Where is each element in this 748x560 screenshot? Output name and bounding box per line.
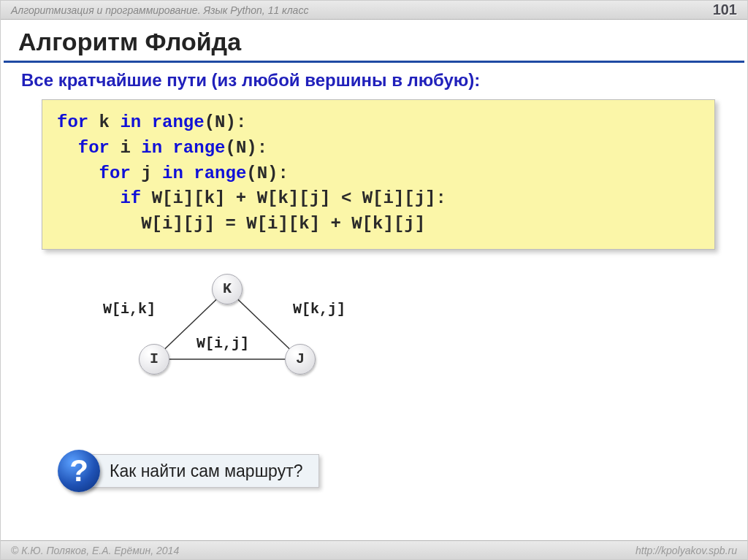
code-text: W[i][j] = W[i][k] + W[k][j]	[141, 214, 425, 234]
edge-label-ij: W[i,j]	[196, 335, 249, 352]
code-keyword: for	[78, 138, 110, 158]
code-text: (N):	[225, 138, 267, 158]
slide-footer: © К.Ю. Поляков, Е.А. Ерёмин, 2014 http:/…	[1, 540, 747, 559]
page-title: Алгоритм Флойда	[1, 20, 747, 61]
title-divider	[4, 61, 744, 63]
subtitle: Все кратчайшие пути (из любой вершины в …	[1, 67, 747, 99]
code-text: i	[110, 138, 141, 158]
code-text: (N):	[205, 112, 247, 132]
code-text: W[i][k] + W[k][j] < W[i][j]:	[141, 188, 446, 208]
code-text: k	[88, 112, 120, 132]
question-text: Как найти сам маршрут?	[84, 454, 319, 488]
code-keyword: range	[172, 138, 225, 158]
code-indent	[57, 164, 99, 183]
code-text	[183, 164, 194, 183]
code-indent	[57, 138, 78, 158]
code-keyword: for	[99, 164, 131, 183]
page-number: 101	[713, 1, 737, 18]
footer-copyright: © К.Ю. Поляков, Е.А. Ерёмин, 2014	[11, 545, 179, 556]
code-keyword: for	[57, 112, 88, 132]
code-indent	[57, 188, 120, 208]
question-mark-icon: ?	[58, 450, 100, 492]
graph-node-j: J	[285, 344, 316, 375]
header-breadcrumb: Алгоритмизация и программирование. Язык …	[11, 4, 308, 16]
code-text	[162, 138, 172, 158]
graph-node-k: K	[212, 274, 243, 304]
footer-url: http://kpolyakov.spb.ru	[636, 545, 737, 556]
code-keyword: in	[141, 138, 162, 158]
code-text: (N):	[246, 164, 289, 183]
code-keyword: range	[152, 112, 205, 132]
code-keyword: range	[194, 164, 246, 183]
graph-node-i: I	[139, 344, 169, 375]
edge-label-ik: W[i,k]	[103, 301, 156, 318]
code-keyword: in	[120, 112, 141, 132]
code-indent	[57, 214, 141, 234]
question-block: ? Как найти сам маршрут?	[58, 450, 319, 492]
slide-header: Алгоритмизация и программирование. Язык …	[1, 1, 747, 20]
code-keyword: if	[120, 188, 141, 208]
code-text: j	[131, 164, 162, 183]
code-keyword: in	[162, 164, 183, 183]
graph-diagram: K I J W[i,k] W[k,j] W[i,j]	[96, 266, 359, 390]
code-block: for k in range(N): for i in range(N): fo…	[42, 99, 715, 250]
edge-label-kj: W[k,j]	[293, 301, 346, 318]
code-text	[141, 112, 151, 132]
